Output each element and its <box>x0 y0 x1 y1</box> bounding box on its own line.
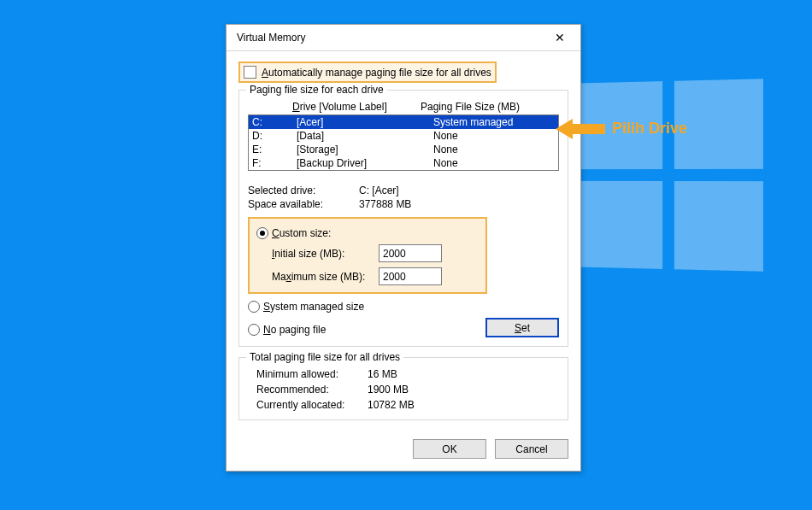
windows-logo <box>578 79 763 271</box>
cancel-button[interactable]: Cancel <box>495 439 568 459</box>
drive-row-d[interactable]: D: [Data] None <box>249 129 558 143</box>
radio-icon <box>256 227 268 239</box>
initial-size-row: Initial size (MB): <box>272 244 479 262</box>
totals-legend: Total paging file size for all drives <box>246 351 403 363</box>
auto-manage-label[interactable]: Automatically manage paging file size fo… <box>262 67 491 79</box>
drive-row-f[interactable]: F: [Backup Driver] None <box>249 156 558 170</box>
maximum-size-input[interactable] <box>379 267 442 285</box>
drive-group: Paging file size for each drive Drive [V… <box>238 90 568 347</box>
initial-size-input[interactable] <box>379 244 442 262</box>
min-allowed-row: Minimum allowed:16 MB <box>256 368 559 380</box>
drive-row-c[interactable]: C: [Acer] System managed <box>249 115 558 129</box>
system-managed-radio[interactable]: System managed size <box>248 301 559 313</box>
selected-drive-row: Selected drive: C: [Acer] <box>248 185 559 196</box>
arrow-left-icon <box>556 121 605 137</box>
annotation-label: Pilih Drive <box>612 120 687 138</box>
totals-group: Total paging file size for all drives Mi… <box>238 357 568 420</box>
titlebar: Virtual Memory ✕ <box>227 25 580 51</box>
drive-list-header: Drive [Volume Label] Paging File Size (M… <box>248 101 559 113</box>
custom-size-highlight: Custom size: Initial size (MB): Maximum … <box>248 217 487 294</box>
drive-group-legend: Paging file size for each drive <box>246 84 387 96</box>
virtual-memory-dialog: Virtual Memory ✕ Automatically manage pa… <box>226 24 581 472</box>
window-title: Virtual Memory <box>237 32 546 44</box>
auto-manage-checkbox[interactable] <box>244 66 256 79</box>
drive-row-e[interactable]: E: [Storage] None <box>249 143 558 156</box>
ok-button[interactable]: OK <box>413 439 486 459</box>
custom-size-radio[interactable]: Custom size: <box>256 227 479 239</box>
no-paging-radio[interactable]: No paging file <box>248 324 326 336</box>
currently-allocated-row: Currently allocated:10782 MB <box>256 399 559 411</box>
annotation-arrow: Pilih Drive <box>556 120 687 138</box>
recommended-row: Recommended:1900 MB <box>256 384 559 396</box>
desktop: Virtual Memory ✕ Automatically manage pa… <box>0 0 812 510</box>
drive-list[interactable]: C: [Acer] System managed D: [Data] None … <box>248 114 559 171</box>
set-button[interactable]: Set <box>485 318 559 337</box>
maximum-size-row: Maximum size (MB): <box>272 267 479 285</box>
radio-icon <box>248 301 260 313</box>
space-available-row: Space available: 377888 MB <box>248 198 559 210</box>
radio-icon <box>248 324 260 336</box>
dialog-buttons: OK Cancel <box>227 431 580 471</box>
close-icon[interactable]: ✕ <box>546 28 574 47</box>
auto-manage-highlight: Automatically manage paging file size fo… <box>238 62 497 83</box>
